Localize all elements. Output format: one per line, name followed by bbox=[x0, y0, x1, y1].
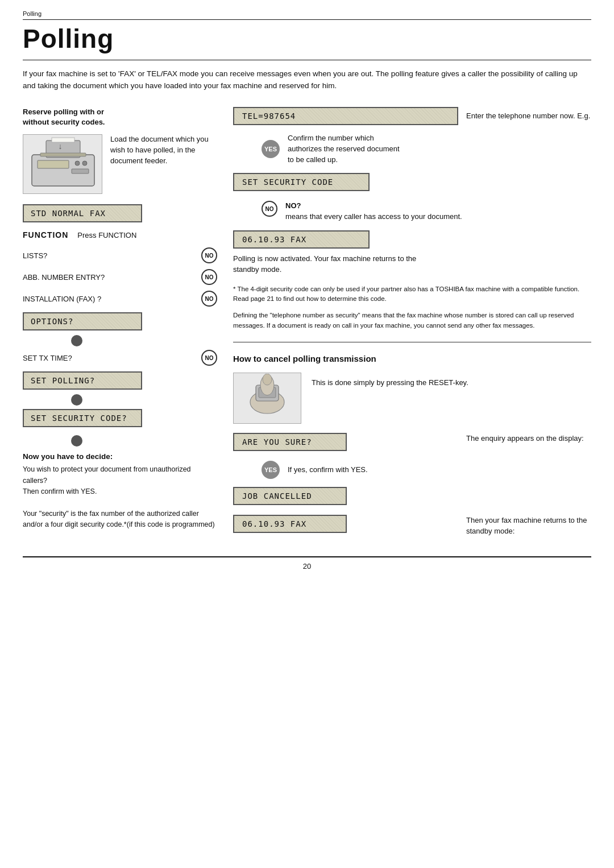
lcd-job-cancelled: JOB CANCELLED bbox=[233, 487, 347, 505]
breadcrumb: Polling bbox=[23, 10, 591, 20]
press-function-desc: Press FUNCTION bbox=[77, 231, 136, 239]
yes-button-confirm-tel[interactable]: YES bbox=[262, 140, 280, 158]
installation-item: INSTALLATION (FAX) ? NO bbox=[23, 291, 217, 307]
lcd-set-security-code-display: SET SECURITY CODE bbox=[233, 173, 370, 191]
svg-rect-2 bbox=[52, 138, 74, 142]
section-header-reserve: Reserve polling with orwithout security … bbox=[23, 107, 217, 127]
lcd-tel-number: TEL=987654 bbox=[233, 107, 458, 125]
svg-rect-7 bbox=[40, 153, 86, 156]
standby-2-desc: Then your fax machine returns to the sta… bbox=[466, 515, 591, 537]
enquiry-desc: The enquiry appears on the display: bbox=[466, 433, 591, 444]
yes-confirm-desc: If yes, confirm with YES. bbox=[288, 465, 368, 474]
now-decide-text: You wish to protect your document from u… bbox=[23, 464, 217, 530]
intro-text: If your fax machine is set to 'FAX' or T… bbox=[23, 68, 591, 92]
footnote-1: * The 4-digit security code can only be … bbox=[233, 284, 591, 304]
abb-number-label: ABB. NUMBER ENTRY? bbox=[23, 273, 201, 282]
footnote-2: Defining the "telephone number as securi… bbox=[233, 311, 591, 330]
abb-number-no-btn[interactable]: NO bbox=[201, 269, 217, 285]
set-tx-label: SET TX TIME? bbox=[23, 354, 201, 362]
lcd-std-normal: STD NORMAL FAX bbox=[23, 204, 142, 222]
abb-number-item: ABB. NUMBER ENTRY? NO bbox=[23, 269, 217, 285]
fax-machine-illustration: ↓ bbox=[23, 134, 102, 194]
lcd-are-you-sure: ARE YOU SURE? bbox=[233, 433, 347, 451]
no-label: NO? bbox=[285, 201, 462, 212]
lcd-standby-1: 06.10.93 FAX bbox=[233, 230, 370, 249]
lists-no-btn[interactable]: NO bbox=[201, 247, 217, 263]
lcd-standby-2: 06.10.93 FAX bbox=[233, 515, 347, 533]
enter-tel-desc: Enter the telephone number now. E.g. bbox=[466, 110, 591, 122]
confirm-number-desc: Confirm the number which authorizes the … bbox=[288, 133, 401, 166]
no-desc: means that every caller has access to yo… bbox=[285, 212, 462, 222]
svg-point-13 bbox=[263, 374, 272, 385]
set-tx-item: SET TX TIME? NO bbox=[23, 350, 217, 366]
options-select-dot bbox=[71, 335, 82, 346]
fax-load-desc: Load the document which you wish to have… bbox=[110, 134, 217, 167]
lcd-options: OPTIONS? bbox=[23, 312, 142, 330]
lcd-set-security-code: SET SECURITY CODE? bbox=[23, 409, 142, 427]
svg-rect-3 bbox=[38, 160, 69, 168]
lists-item: LISTS? NO bbox=[23, 247, 217, 263]
tel-row: TEL=987654 Enter the telephone number no… bbox=[233, 107, 591, 125]
page-title: Polling bbox=[23, 23, 591, 60]
installation-label: INSTALLATION (FAX) ? bbox=[23, 295, 201, 303]
divider-cancel bbox=[233, 342, 591, 342]
lists-label: LISTS? bbox=[23, 251, 201, 260]
svg-point-4 bbox=[75, 161, 80, 166]
function-label: FUNCTION bbox=[23, 230, 68, 239]
standby-1-desc: Polling is now activated. Your fax machi… bbox=[233, 254, 426, 275]
reset-desc: This is done simply by pressing the RESE… bbox=[312, 373, 468, 388]
svg-rect-6 bbox=[72, 169, 89, 173]
bottom-divider bbox=[23, 556, 591, 557]
page-number: 20 bbox=[303, 562, 311, 571]
installation-no-btn[interactable]: NO bbox=[201, 291, 217, 307]
svg-point-5 bbox=[82, 161, 87, 166]
yes-button-confirm-cancel[interactable]: YES bbox=[262, 461, 280, 479]
svg-text:↓: ↓ bbox=[59, 142, 63, 151]
lcd-set-polling: SET POLLING? bbox=[23, 371, 142, 390]
set-tx-no-btn[interactable]: NO bbox=[201, 350, 217, 366]
no-button-security[interactable]: NO bbox=[262, 201, 277, 217]
cancel-section-header: How to cancel polling transmission bbox=[233, 354, 591, 363]
security-select-dot bbox=[71, 435, 82, 447]
now-decide-header: Now you have to decide: bbox=[23, 452, 217, 461]
reset-key-illustration bbox=[233, 373, 301, 424]
polling-select-dot bbox=[71, 394, 82, 406]
